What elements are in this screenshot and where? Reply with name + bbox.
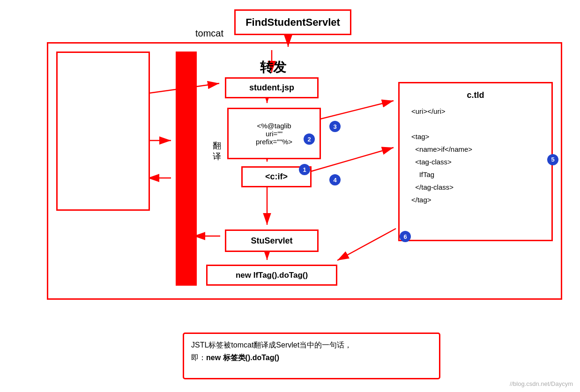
circle-6: 6 [400, 231, 411, 242]
circle-5: 5 [547, 154, 558, 165]
watermark: //blog.csdn.net/Daycym [510, 380, 573, 387]
tomcat-label: tomcat [195, 28, 223, 39]
diagram-container: FindStudentServlet tomcat 转发 student.jsp… [5, 5, 572, 323]
find-student-servlet-label: FindStudentServlet [245, 16, 340, 29]
stu-servlet-label: StuServlet [251, 236, 292, 246]
taglib-code: <%@taglib uri="" prefix=""%> [256, 122, 292, 146]
ctld-uri: <uri></uri> [411, 105, 544, 118]
ctld-tag-open: <tag> [411, 130, 544, 143]
circle-4: 4 [329, 174, 341, 185]
ctld-content: <uri></uri> <tag> <name>if</name> <tag-c… [407, 105, 544, 206]
student-jsp-box: student.jsp [225, 77, 319, 98]
description-text: JSTL标签被tomcat翻译成Servlet当中的一句话， 即：new 标签类… [191, 339, 432, 364]
student-jsp-label: student.jsp [249, 83, 294, 93]
desc-line2: 即：new 标签类().doTag() [191, 354, 279, 362]
ctld-tag-close: </tag> [411, 193, 544, 206]
circle-3: 3 [329, 121, 341, 132]
ctld-tag-class-open: <tag-class> 5 [411, 155, 544, 168]
new-iftag-box: new IfTag().doTag() [206, 265, 337, 286]
zhuanfa-label: 转发 [260, 59, 286, 76]
ctld-iftag: IfTag [411, 168, 544, 181]
description-box: JSTL标签被tomcat翻译成Servlet当中的一句话， 即：new 标签类… [183, 333, 440, 379]
find-student-servlet-box: FindStudentServlet [234, 9, 351, 35]
circle-2: 2 [304, 133, 315, 145]
ctld-name-if: <name>if</name> [411, 143, 544, 155]
ctld-box: c.tld <uri></uri> <tag> <name>if</name> … [398, 82, 553, 241]
desc-line1: JSTL标签被tomcat翻译成Servlet当中的一句话， [191, 341, 352, 349]
fanyi-label: 翻译 [204, 141, 230, 163]
stu-servlet-box: StuServlet [225, 229, 319, 252]
ctld-tag-class-close: </tag-class> [411, 181, 544, 193]
circle-1: 1 [299, 164, 310, 175]
left-white-rect [56, 52, 150, 211]
red-vertical-bar [176, 52, 197, 286]
new-iftag-label: new IfTag().doTag() [236, 271, 308, 280]
ctld-title: c.tld [407, 90, 544, 100]
cif-label: <c:if> [265, 172, 288, 182]
